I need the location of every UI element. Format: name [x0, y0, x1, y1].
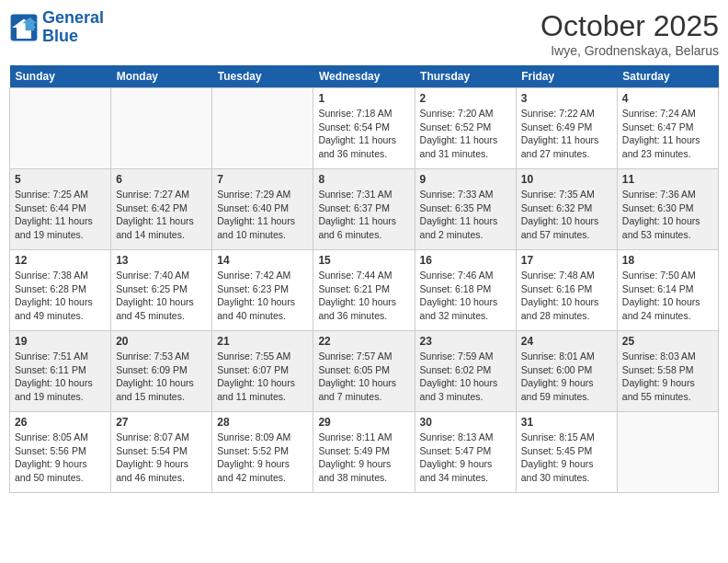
day-number: 3 [521, 92, 612, 105]
day-info: Sunrise: 7:53 AM Sunset: 6:09 PM Dayligh… [116, 350, 207, 404]
calendar-cell: 17Sunrise: 7:48 AM Sunset: 6:16 PM Dayli… [516, 250, 617, 331]
header-row: SundayMondayTuesdayWednesdayThursdayFrid… [10, 65, 719, 88]
calendar-cell: 20Sunrise: 7:53 AM Sunset: 6:09 PM Dayli… [111, 331, 212, 412]
day-info: Sunrise: 7:35 AM Sunset: 6:32 PM Dayligh… [521, 188, 612, 242]
calendar-cell: 15Sunrise: 7:44 AM Sunset: 6:21 PM Dayli… [313, 250, 415, 331]
day-info: Sunrise: 7:50 AM Sunset: 6:14 PM Dayligh… [622, 269, 713, 323]
day-number: 19 [15, 335, 106, 348]
day-number: 6 [116, 173, 207, 186]
day-number: 14 [217, 254, 308, 267]
calendar-cell: 16Sunrise: 7:46 AM Sunset: 6:18 PM Dayli… [415, 250, 516, 331]
day-info: Sunrise: 8:15 AM Sunset: 5:45 PM Dayligh… [521, 431, 612, 485]
day-info: Sunrise: 8:09 AM Sunset: 5:52 PM Dayligh… [217, 431, 308, 485]
day-number: 10 [521, 173, 612, 186]
day-info: Sunrise: 7:48 AM Sunset: 6:16 PM Dayligh… [521, 269, 612, 323]
day-number: 27 [116, 416, 207, 429]
calendar-cell: 6Sunrise: 7:27 AM Sunset: 6:42 PM Daylig… [111, 169, 212, 250]
calendar-cell: 2Sunrise: 7:20 AM Sunset: 6:52 PM Daylig… [415, 88, 516, 169]
day-number: 30 [420, 416, 511, 429]
logo-line2: Blue [42, 27, 78, 45]
day-info: Sunrise: 7:20 AM Sunset: 6:52 PM Dayligh… [420, 107, 511, 161]
calendar-cell: 9Sunrise: 7:33 AM Sunset: 6:35 PM Daylig… [415, 169, 516, 250]
calendar-cell: 24Sunrise: 8:01 AM Sunset: 6:00 PM Dayli… [516, 331, 617, 412]
day-number: 4 [622, 92, 713, 105]
day-number: 9 [420, 173, 511, 186]
header-day-friday: Friday [516, 65, 617, 88]
day-number: 2 [420, 92, 511, 105]
day-info: Sunrise: 7:51 AM Sunset: 6:11 PM Dayligh… [15, 350, 106, 404]
day-number: 25 [622, 335, 713, 348]
day-number: 1 [318, 92, 409, 105]
location: Iwye, Grodnenskaya, Belarus [540, 43, 719, 58]
day-info: Sunrise: 7:29 AM Sunset: 6:40 PM Dayligh… [217, 188, 308, 242]
day-info: Sunrise: 7:25 AM Sunset: 6:44 PM Dayligh… [15, 188, 106, 242]
day-info: Sunrise: 7:31 AM Sunset: 6:37 PM Dayligh… [318, 188, 409, 242]
calendar-cell: 1Sunrise: 7:18 AM Sunset: 6:54 PM Daylig… [313, 88, 415, 169]
day-number: 29 [318, 416, 409, 429]
calendar-week-row: 19Sunrise: 7:51 AM Sunset: 6:11 PM Dayli… [10, 331, 719, 412]
day-number: 15 [318, 254, 409, 267]
calendar-cell: 19Sunrise: 7:51 AM Sunset: 6:11 PM Dayli… [10, 331, 111, 412]
month-title: October 2025 [540, 9, 719, 43]
day-info: Sunrise: 7:33 AM Sunset: 6:35 PM Dayligh… [420, 188, 511, 242]
calendar-cell [212, 88, 313, 169]
calendar-cell: 25Sunrise: 8:03 AM Sunset: 5:58 PM Dayli… [617, 331, 718, 412]
calendar-cell: 23Sunrise: 7:59 AM Sunset: 6:02 PM Dayli… [415, 331, 516, 412]
day-number: 11 [622, 173, 713, 186]
header-day-thursday: Thursday [415, 65, 516, 88]
day-number: 18 [622, 254, 713, 267]
calendar-cell: 5Sunrise: 7:25 AM Sunset: 6:44 PM Daylig… [10, 169, 111, 250]
calendar-cell: 22Sunrise: 7:57 AM Sunset: 6:05 PM Dayli… [313, 331, 415, 412]
header-day-monday: Monday [111, 65, 212, 88]
calendar-cell [111, 88, 212, 169]
calendar-week-row: 12Sunrise: 7:38 AM Sunset: 6:28 PM Dayli… [10, 250, 719, 331]
calendar-cell: 29Sunrise: 8:11 AM Sunset: 5:49 PM Dayli… [313, 412, 415, 493]
calendar-cell: 14Sunrise: 7:42 AM Sunset: 6:23 PM Dayli… [212, 250, 313, 331]
calendar-cell: 3Sunrise: 7:22 AM Sunset: 6:49 PM Daylig… [516, 88, 617, 169]
logo-line1: General [42, 8, 104, 27]
calendar-cell: 11Sunrise: 7:36 AM Sunset: 6:30 PM Dayli… [617, 169, 718, 250]
day-info: Sunrise: 8:11 AM Sunset: 5:49 PM Dayligh… [318, 431, 409, 485]
day-info: Sunrise: 7:44 AM Sunset: 6:21 PM Dayligh… [318, 269, 409, 323]
day-info: Sunrise: 7:22 AM Sunset: 6:49 PM Dayligh… [521, 107, 612, 161]
day-info: Sunrise: 7:55 AM Sunset: 6:07 PM Dayligh… [217, 350, 308, 404]
day-number: 17 [521, 254, 612, 267]
calendar-cell: 26Sunrise: 8:05 AM Sunset: 5:56 PM Dayli… [10, 412, 111, 493]
day-number: 31 [521, 416, 612, 429]
header: General Blue October 2025 Iwye, Grodnens… [9, 9, 719, 58]
calendar-cell: 30Sunrise: 8:13 AM Sunset: 5:47 PM Dayli… [415, 412, 516, 493]
header-day-sunday: Sunday [10, 65, 111, 88]
logo-icon [9, 13, 39, 42]
day-info: Sunrise: 7:38 AM Sunset: 6:28 PM Dayligh… [15, 269, 106, 323]
day-info: Sunrise: 7:27 AM Sunset: 6:42 PM Dayligh… [116, 188, 207, 242]
title-area: October 2025 Iwye, Grodnenskaya, Belarus [540, 9, 719, 58]
day-info: Sunrise: 7:57 AM Sunset: 6:05 PM Dayligh… [318, 350, 409, 404]
day-info: Sunrise: 8:03 AM Sunset: 5:58 PM Dayligh… [622, 350, 713, 404]
day-info: Sunrise: 8:05 AM Sunset: 5:56 PM Dayligh… [15, 431, 106, 485]
day-number: 13 [116, 254, 207, 267]
day-number: 28 [217, 416, 308, 429]
day-info: Sunrise: 8:13 AM Sunset: 5:47 PM Dayligh… [420, 431, 511, 485]
calendar-cell [617, 412, 718, 493]
day-info: Sunrise: 7:59 AM Sunset: 6:02 PM Dayligh… [420, 350, 511, 404]
calendar-week-row: 1Sunrise: 7:18 AM Sunset: 6:54 PM Daylig… [10, 88, 719, 169]
calendar-cell: 27Sunrise: 8:07 AM Sunset: 5:54 PM Dayli… [111, 412, 212, 493]
day-number: 20 [116, 335, 207, 348]
day-number: 8 [318, 173, 409, 186]
day-number: 23 [420, 335, 511, 348]
logo: General Blue [9, 9, 104, 46]
day-number: 24 [521, 335, 612, 348]
day-info: Sunrise: 8:07 AM Sunset: 5:54 PM Dayligh… [116, 431, 207, 485]
day-info: Sunrise: 7:36 AM Sunset: 6:30 PM Dayligh… [622, 188, 713, 242]
day-info: Sunrise: 7:24 AM Sunset: 6:47 PM Dayligh… [622, 107, 713, 161]
calendar-cell: 21Sunrise: 7:55 AM Sunset: 6:07 PM Dayli… [212, 331, 313, 412]
calendar-cell: 31Sunrise: 8:15 AM Sunset: 5:45 PM Dayli… [516, 412, 617, 493]
day-info: Sunrise: 8:01 AM Sunset: 6:00 PM Dayligh… [521, 350, 612, 404]
calendar-cell: 18Sunrise: 7:50 AM Sunset: 6:14 PM Dayli… [617, 250, 718, 331]
calendar-cell: 8Sunrise: 7:31 AM Sunset: 6:37 PM Daylig… [313, 169, 415, 250]
day-info: Sunrise: 7:42 AM Sunset: 6:23 PM Dayligh… [217, 269, 308, 323]
day-info: Sunrise: 7:18 AM Sunset: 6:54 PM Dayligh… [318, 107, 409, 161]
day-info: Sunrise: 7:46 AM Sunset: 6:18 PM Dayligh… [420, 269, 511, 323]
day-info: Sunrise: 7:40 AM Sunset: 6:25 PM Dayligh… [116, 269, 207, 323]
calendar-cell: 4Sunrise: 7:24 AM Sunset: 6:47 PM Daylig… [617, 88, 718, 169]
